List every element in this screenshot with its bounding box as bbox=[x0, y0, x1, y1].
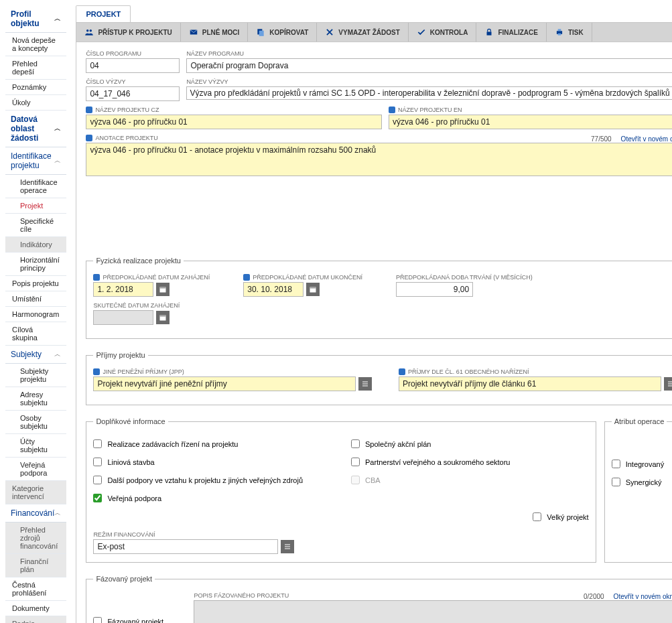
label-cislo-vyzvy: ČÍSLO VÝZVY bbox=[86, 78, 180, 85]
chevron-up-icon: ︿ bbox=[54, 508, 61, 518]
checkbox-dalsi-podpory[interactable] bbox=[93, 476, 102, 484]
sidebar-item-verejna-podpora[interactable]: Veřejná podpora bbox=[5, 458, 66, 481]
fieldset-atribut: Atribut operace Integrovaný Synergický bbox=[604, 417, 672, 563]
lookup-button-cl61[interactable] bbox=[664, 377, 672, 391]
lookup-button-jpp[interactable] bbox=[358, 377, 372, 391]
label-c6: Partnerství veřejného a soukromého sekto… bbox=[365, 458, 510, 466]
svg-rect-7 bbox=[558, 29, 561, 31]
sidebar-item-kategorie[interactable]: Kategorie intervencí bbox=[5, 481, 66, 504]
sidebar-item-osoby[interactable]: Osoby subjektu bbox=[5, 411, 66, 434]
svg-rect-10 bbox=[160, 287, 166, 289]
sidebar-item-harmonogram[interactable]: Harmonogram bbox=[5, 307, 66, 322]
sidebar-heading-datova[interactable]: Datová oblast žádosti︿ bbox=[5, 111, 66, 147]
checkbox-realizace[interactable] bbox=[93, 439, 102, 448]
input-datum-ukonceni[interactable] bbox=[243, 282, 304, 297]
calendar-button-real[interactable] bbox=[156, 311, 170, 324]
textarea-popis-faz[interactable] bbox=[194, 600, 672, 623]
sidebar-item-prehled-depesi[interactable]: Přehled depeší bbox=[5, 56, 66, 80]
tab-projekt[interactable]: PROJEKT bbox=[76, 5, 131, 22]
toolbar-vymazat[interactable]: VYMAZAT ŽÁDOST bbox=[317, 23, 408, 42]
sidebar-item-poznamky[interactable]: Poznámky bbox=[5, 80, 66, 95]
label-datum-zahajeni: PŘEDPOKLÁDANÉ DATUM ZAHÁJENÍ bbox=[93, 274, 210, 281]
legend-prijmy: Příjmy projektu bbox=[93, 351, 147, 359]
checkbox-velky-projekt[interactable] bbox=[533, 512, 541, 521]
label-jpp: JINÉ PENĚŽNÍ PŘÍJMY (JPP) bbox=[93, 368, 372, 375]
svg-rect-12 bbox=[310, 287, 316, 289]
label-a2: Synergický bbox=[626, 478, 662, 486]
input-datum-zahajeni[interactable] bbox=[93, 282, 153, 297]
label-skutecne-datum: SKUTEČNÉ DATUM ZAHÁJENÍ bbox=[93, 302, 180, 309]
label-anotace: ANOTACE PROJEKTU bbox=[86, 135, 157, 141]
label-c3: Další podpory ve vztahu k projektu z jin… bbox=[107, 476, 303, 484]
textarea-anotace[interactable]: výzva 046 - pro příručku 01 - anotace pr… bbox=[86, 143, 672, 176]
sidebar-item-dokumenty[interactable]: Dokumenty bbox=[5, 601, 66, 616]
toolbar-tisk[interactable]: TISK bbox=[547, 23, 592, 42]
label-fazovany: Fázovaný projekt bbox=[107, 618, 163, 624]
label-nazev-programu: NÁZEV PROGRAMU bbox=[186, 50, 672, 57]
input-nazev-programu[interactable] bbox=[186, 58, 672, 73]
calendar-button-start[interactable] bbox=[156, 283, 170, 296]
sidebar-heading-financovani[interactable]: Financování︿ bbox=[5, 504, 66, 523]
sidebar-item-nova-depese[interactable]: Nová depeše a koncepty bbox=[5, 33, 66, 56]
legend-fazovany: Fázovaný projekt bbox=[93, 575, 155, 583]
sidebar-item-horizontalni[interactable]: Horizontální principy bbox=[5, 253, 66, 276]
link-open-new-window[interactable]: Otevřít v novém okně bbox=[621, 135, 672, 143]
sidebar-item-projekt[interactable]: Projekt bbox=[5, 198, 66, 214]
checkbox-liniova[interactable] bbox=[93, 458, 102, 466]
checkbox-synergicky[interactable] bbox=[612, 478, 620, 486]
toolbar-pristup[interactable]: PŘÍSTUP K PROJEKTU bbox=[76, 23, 180, 42]
sidebar-item-specificke-cile[interactable]: Specifické cíle bbox=[5, 214, 66, 237]
checkbox-spolecny-plan[interactable] bbox=[351, 439, 360, 448]
input-cislo-vyzvy[interactable] bbox=[86, 86, 180, 101]
label-nazev-vyzvy: NÁZEV VÝZVY bbox=[186, 78, 672, 85]
link-open-new-window-faz[interactable]: Otevřít v novém okně bbox=[614, 593, 672, 600]
toolbar-kopirovat[interactable]: KOPÍROVAT bbox=[248, 23, 317, 42]
select-nazev-vyzvy[interactable]: Výzva pro předkládání projektů v rámci S… bbox=[186, 86, 672, 100]
svg-point-0 bbox=[86, 29, 89, 32]
calendar-button-end[interactable] bbox=[306, 283, 320, 296]
sidebar-item-identifikace-operace[interactable]: Identifikace operace bbox=[5, 175, 66, 198]
lock-icon bbox=[484, 27, 494, 37]
sidebar-item-indikatory[interactable]: Indikátory bbox=[5, 237, 66, 253]
input-skutecne-datum[interactable] bbox=[93, 310, 153, 325]
sidebar-item-adresy[interactable]: Adresy subjektu bbox=[5, 387, 66, 411]
label-nazev-en: NÁZEV PROJEKTU EN bbox=[389, 107, 672, 113]
checkbox-fazovany[interactable] bbox=[93, 617, 102, 623]
sidebar-item-podpis[interactable]: Podpis žádosti bbox=[5, 616, 66, 623]
toolbar-finalizace[interactable]: FINALIZACE bbox=[476, 23, 546, 42]
sidebar-item-subjekty-projektu[interactable]: Subjekty projektu bbox=[5, 364, 66, 387]
toolbar-plne-moci[interactable]: PLNÉ MOCI bbox=[181, 23, 249, 42]
input-doba[interactable] bbox=[396, 282, 473, 297]
checkbox-partnerstvi[interactable] bbox=[351, 458, 360, 466]
sidebar-heading-profil[interactable]: Profil objektu︿ bbox=[5, 5, 66, 33]
sidebar-item-popis[interactable]: Popis projektu bbox=[5, 276, 66, 291]
input-cl61[interactable] bbox=[399, 376, 661, 391]
sidebar-heading-subjekty[interactable]: Subjekty︿ bbox=[5, 346, 66, 364]
sidebar-item-cestna[interactable]: Čestná prohlášení bbox=[5, 577, 66, 601]
fieldset-fyzicka-realizace: Fyzická realizace projektu PŘEDPOKLÁDANÉ… bbox=[86, 257, 672, 339]
label-c4: Veřejná podpora bbox=[107, 494, 161, 502]
chevron-up-icon: ︿ bbox=[54, 350, 61, 359]
checkbox-verejna-podpora[interactable] bbox=[93, 494, 102, 502]
lookup-button-rezim[interactable] bbox=[281, 540, 294, 553]
input-rezim[interactable] bbox=[93, 539, 278, 554]
sidebar-item-ucty[interactable]: Účty subjektu bbox=[5, 434, 66, 458]
list-icon bbox=[667, 380, 672, 388]
input-nazev-cz[interactable] bbox=[86, 115, 382, 129]
input-nazev-en[interactable] bbox=[389, 115, 672, 129]
input-jpp[interactable] bbox=[93, 376, 356, 391]
sidebar-item-ukoly[interactable]: Úkoly bbox=[5, 95, 66, 111]
sidebar-heading-identifikace[interactable]: Identifikace projektu︿ bbox=[5, 147, 66, 175]
sidebar-item-prehled-zdroju[interactable]: Přehled zdrojů financování bbox=[5, 523, 66, 554]
checkbox-integrovany[interactable] bbox=[612, 460, 620, 468]
sidebar: Profil objektu︿ Nová depeše a koncepty P… bbox=[0, 0, 66, 623]
calendar-icon bbox=[159, 285, 167, 293]
sidebar-item-financni-plan[interactable]: Finanční plán bbox=[5, 554, 66, 577]
chevron-up-icon: ︿ bbox=[54, 156, 61, 165]
toolbar-kontrola[interactable]: KONTROLA bbox=[409, 23, 477, 42]
sidebar-item-umisteni[interactable]: Umístění bbox=[5, 291, 66, 307]
label-c7: CBA bbox=[365, 476, 381, 484]
label-doba: PŘEDPOKLÁDANÁ DOBA TRVÁNÍ (V MĚSÍCÍCH) bbox=[396, 274, 533, 281]
input-cislo-programu[interactable] bbox=[86, 58, 180, 73]
sidebar-item-cilova[interactable]: Cílová skupina bbox=[5, 322, 66, 346]
